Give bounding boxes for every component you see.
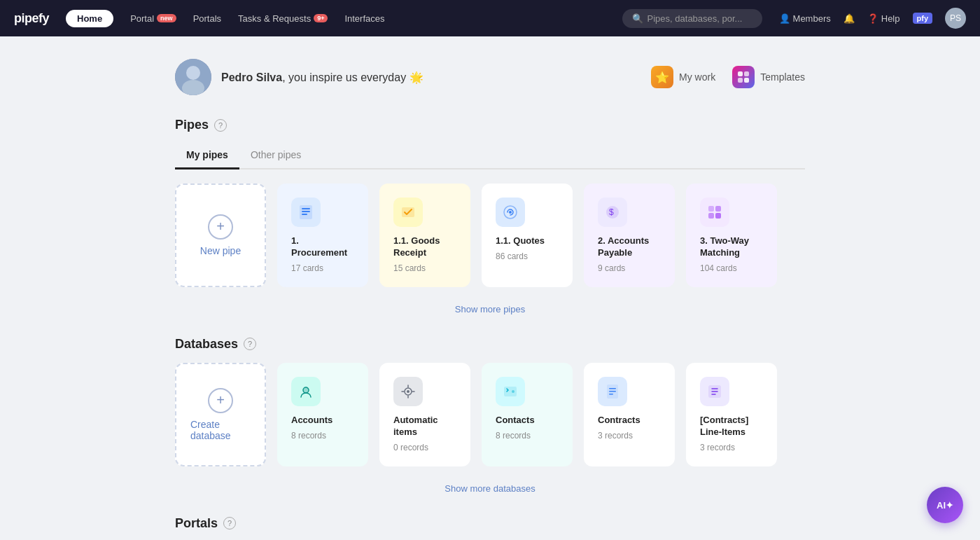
two-way-matching-icon — [700, 198, 729, 227]
create-database-label: Create database — [190, 419, 251, 441]
accounts-payable-title: 2. Accounts Payable — [598, 235, 661, 259]
show-more-databases[interactable]: Show more databases — [175, 478, 805, 499]
db-card-automatic-items[interactable]: Automatic items 0 records — [379, 363, 470, 466]
user-avatar[interactable]: PS — [945, 8, 966, 29]
templates-action[interactable]: Templates — [732, 66, 805, 88]
pipes-help-icon[interactable]: ? — [214, 119, 227, 132]
contracts-lineitems-icon — [700, 377, 729, 406]
procurement-icon — [291, 198, 321, 227]
contacts-title: Contacts — [496, 415, 535, 427]
svg-rect-24 — [504, 387, 517, 396]
svg-point-1 — [186, 66, 200, 80]
portals-help-icon[interactable]: ? — [223, 517, 236, 529]
accounts-db-title: Accounts — [291, 415, 332, 427]
quotes-icon — [496, 198, 525, 227]
svg-rect-29 — [609, 394, 613, 395]
profile-actions: ⭐ My work Templates — [651, 66, 805, 88]
svg-point-23 — [407, 390, 410, 393]
contacts-meta: 8 records — [496, 431, 531, 441]
quotes-meta: 86 cards — [496, 251, 528, 261]
ai-fab-button[interactable]: AI✦ — [927, 487, 963, 523]
home-nav-button[interactable]: Home — [66, 10, 113, 27]
tasks-nav-link[interactable]: Tasks & Requests 9+ — [238, 13, 328, 24]
new-pipe-card[interactable]: + New pipe — [175, 184, 266, 287]
members-link[interactable]: 👤 Members — [779, 13, 831, 24]
db-card-contacts[interactable]: Contacts 8 records — [482, 363, 573, 466]
templates-icon — [732, 66, 755, 88]
search-bar[interactable]: 🔍 — [622, 9, 762, 28]
pfy-badge: pfy — [913, 13, 933, 24]
svg-point-25 — [512, 390, 514, 393]
profile-greeting: Pedro Silva, you inspire us everyday 🌟 — [221, 71, 424, 84]
pipe-card-goods-receipt[interactable]: 1.1. Goods Receipt 15 cards — [379, 184, 470, 287]
quotes-title: 1.1. Quotes — [496, 235, 545, 247]
accounts-payable-icon: $ — [598, 198, 627, 227]
pipe-card-procurement[interactable]: 1. Procurement 17 cards — [277, 184, 368, 287]
profile-header: Pedro Silva, you inspire us everyday 🌟 ⭐… — [175, 59, 805, 95]
procurement-title: 1. Procurement — [291, 235, 354, 259]
notifications-icon[interactable]: 🔔 — [844, 13, 855, 24]
pipes-cards-grid: + New pipe 1. Procurement 17 cards — [175, 184, 805, 287]
svg-rect-10 — [302, 214, 307, 215]
svg-rect-4 — [744, 71, 749, 76]
accounts-db-meta: 8 records — [291, 431, 326, 441]
topnav: pipefy Home Portal new Portals Tasks & R… — [0, 0, 980, 36]
db-card-contracts[interactable]: Contracts 3 records — [584, 363, 675, 466]
procurement-meta: 17 cards — [291, 263, 323, 273]
logo: pipefy — [14, 11, 49, 26]
profile-left: Pedro Silva, you inspire us everyday 🌟 — [175, 59, 424, 95]
pipe-card-two-way-matching[interactable]: 3. Two-Way Matching 104 cards — [686, 184, 777, 287]
members-icon: 👤 — [779, 13, 790, 24]
search-icon: 🔍 — [632, 13, 643, 24]
svg-text:$: $ — [609, 207, 614, 217]
new-pipe-label: New pipe — [200, 245, 241, 256]
db-card-accounts[interactable]: Accounts 8 records — [277, 363, 368, 466]
automatic-items-meta: 0 records — [393, 443, 428, 452]
automatic-items-title: Automatic items — [393, 415, 456, 438]
contracts-lineitems-title: [Contracts] Line-Items — [700, 415, 763, 438]
automatic-items-icon — [393, 377, 423, 406]
tasks-badge: 9+ — [314, 14, 328, 22]
goods-receipt-icon — [393, 198, 423, 227]
create-database-plus-icon: + — [208, 388, 233, 413]
svg-rect-6 — [744, 78, 749, 83]
databases-help-icon[interactable]: ? — [244, 338, 256, 350]
help-link[interactable]: ❓ Help — [867, 13, 900, 24]
search-input[interactable] — [648, 13, 746, 24]
portals-nav-link[interactable]: Portals — [193, 13, 221, 24]
create-database-card[interactable]: + Create database — [175, 363, 266, 466]
goods-receipt-meta: 15 cards — [393, 263, 426, 273]
svg-rect-5 — [738, 78, 743, 83]
svg-rect-17 — [715, 206, 721, 212]
pipe-card-accounts-payable[interactable]: $ 2. Accounts Payable 9 cards — [584, 184, 675, 287]
portal-new-badge: new — [157, 14, 176, 22]
show-more-pipes[interactable]: Show more pipes — [175, 298, 805, 320]
pipe-card-quotes[interactable]: 1.1. Quotes 86 cards — [482, 184, 573, 287]
my-work-action[interactable]: ⭐ My work — [651, 66, 715, 88]
accounts-payable-meta: 9 cards — [598, 263, 625, 273]
profile-avatar — [175, 59, 211, 95]
svg-point-13 — [509, 211, 512, 214]
goods-receipt-title: 1.1. Goods Receipt — [393, 235, 456, 259]
contracts-icon — [598, 377, 627, 406]
contracts-title: Contracts — [598, 415, 640, 427]
contacts-icon — [496, 377, 525, 406]
pipes-tabs: My pipes Other pipes — [175, 144, 805, 169]
interfaces-nav-link[interactable]: Interfaces — [344, 13, 384, 24]
svg-rect-16 — [708, 206, 714, 212]
tab-other-pipes[interactable]: Other pipes — [239, 144, 312, 169]
portal-nav-link[interactable]: Portal new — [130, 13, 176, 24]
svg-rect-27 — [609, 388, 616, 389]
pipes-section-header: Pipes ? — [175, 118, 805, 132]
svg-rect-9 — [302, 211, 310, 212]
tab-my-pipes[interactable]: My pipes — [175, 144, 239, 169]
main-content: Pedro Silva, you inspire us everyday 🌟 ⭐… — [175, 36, 805, 540]
db-card-contracts-lineitems[interactable]: [Contracts] Line-Items 3 records — [686, 363, 777, 466]
svg-rect-3 — [738, 71, 743, 76]
portals-section-header: Portals ? — [175, 516, 805, 531]
nav-right: 👤 Members 🔔 ❓ Help pfy PS — [779, 8, 966, 29]
accounts-icon — [291, 377, 321, 406]
portals-title: Portals — [175, 516, 218, 531]
contracts-lineitems-meta: 3 records — [700, 443, 735, 452]
new-pipe-plus-icon: + — [208, 214, 233, 240]
